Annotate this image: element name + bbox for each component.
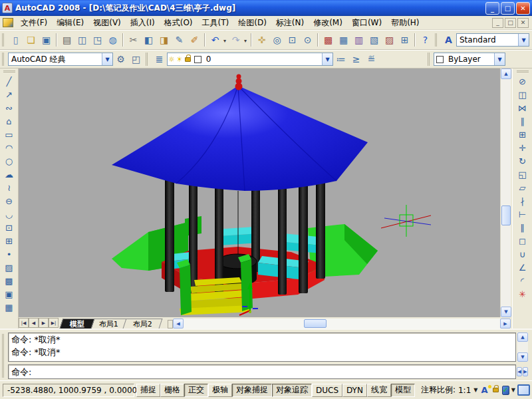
extend-icon[interactable]: ⊢ [515, 208, 530, 221]
toolbar-grip[interactable] [435, 33, 438, 47]
join-icon[interactable]: ∪ [515, 248, 530, 261]
menu-item[interactable]: 窗口(W) [347, 16, 386, 30]
scroll-down-button[interactable]: ▼ [501, 307, 511, 317]
close-button[interactable]: ✕ [516, 2, 530, 15]
ellipse-icon[interactable]: ⊖ [2, 195, 17, 208]
layout-tab[interactable]: 布局2 [123, 319, 163, 329]
horizontal-scroll-track[interactable] [184, 319, 500, 329]
layer-previous-icon[interactable]: ≥ [348, 52, 364, 67]
vertical-scroll-thumb[interactable] [501, 205, 511, 225]
restore-button[interactable]: □ [501, 2, 515, 15]
vertical-scroll-track[interactable] [501, 79, 511, 307]
toolbar-lock-icon[interactable] [493, 388, 499, 392]
dropdown-arrow-icon[interactable]: ▼ [511, 387, 515, 393]
trim-icon[interactable]: ∤ [515, 195, 530, 208]
explode-icon[interactable]: ✳ [515, 288, 530, 301]
menu-item[interactable]: 帮助(H) [386, 16, 424, 30]
toolbar-grip[interactable] [2, 33, 5, 47]
toolbar-grip[interactable] [428, 53, 431, 66]
copy-clip-icon[interactable]: ◧ [141, 33, 156, 48]
save-icon[interactable]: ▣ [39, 33, 54, 48]
status-toggle-button[interactable]: 模型 [391, 384, 415, 397]
layer-states-icon[interactable]: ≝ [364, 52, 379, 67]
erase-icon[interactable]: ⊘ [515, 75, 530, 88]
horizontal-scroll-thumb[interactable] [304, 319, 327, 328]
layer-on-bulb-icon[interactable]: ☼ [168, 56, 175, 63]
move-icon[interactable]: ✛ [515, 142, 530, 155]
tool-palettes-icon[interactable]: ▥ [351, 33, 366, 48]
scrollbar-splitter[interactable] [168, 320, 173, 329]
quickcalc-icon[interactable]: ⊞ [397, 33, 412, 48]
text-style-icon[interactable]: A [441, 33, 456, 48]
command-history[interactable]: 命令: *取消*命令: *取消* [8, 332, 516, 362]
chamfer-icon[interactable]: ∠ [515, 261, 530, 275]
dropdown-arrow-icon[interactable]: ▼ [473, 387, 477, 393]
region-icon[interactable]: ▣ [2, 288, 17, 301]
undo-icon[interactable]: ↶ [207, 33, 223, 48]
scroll-left-button[interactable]: ◀ [517, 367, 522, 376]
command-input[interactable]: 命令: [8, 364, 516, 379]
circle-icon[interactable]: ○ [2, 155, 17, 168]
scroll-down-button[interactable]: ▼ [517, 352, 528, 362]
scroll-right-button[interactable]: ▶ [500, 319, 511, 329]
toolbar-grip[interactable] [3, 70, 15, 74]
status-toggle-button[interactable]: 对象捕捉 [232, 384, 272, 397]
point-icon[interactable]: • [2, 248, 17, 261]
array-icon[interactable]: ⊞ [515, 128, 530, 142]
status-toggle-button[interactable]: 正交 [184, 384, 208, 397]
status-toggle-button[interactable]: DYN [342, 384, 367, 397]
status-toggle-button[interactable]: 捕捉 [136, 384, 160, 397]
scroll-right-button[interactable]: ▶ [523, 367, 528, 376]
offset-icon[interactable]: ∥ [515, 115, 530, 128]
layer-color-swatch[interactable] [194, 56, 201, 63]
menu-item[interactable]: 绘图(D) [233, 16, 271, 30]
polyline-icon[interactable]: ∾ [2, 102, 17, 115]
menu-item[interactable]: 文件(F) [16, 16, 52, 30]
line-icon[interactable]: ╱ [2, 75, 17, 88]
toolbar-unlock-icon[interactable]: ✓ [502, 386, 509, 395]
plot-preview-icon[interactable]: ◫ [74, 33, 90, 48]
make-object-layer-current-icon[interactable]: ≔ [333, 52, 348, 67]
dropdown-arrow-icon[interactable]: ▼ [102, 53, 112, 65]
tab-first-button[interactable]: |◀ [19, 318, 29, 328]
markup-icon[interactable]: ▨ [382, 33, 397, 48]
annotation-visibility-icon[interactable]: A [481, 385, 487, 395]
polygon-icon[interactable]: ⌂ [2, 115, 17, 128]
status-toggle-button[interactable]: 线宽 [367, 384, 391, 397]
status-toggle-button[interactable]: DUCS [312, 384, 342, 397]
copy-icon[interactable]: ◫ [515, 88, 530, 102]
table-icon[interactable]: ▦ [2, 301, 17, 315]
menu-item[interactable]: 视图(V) [88, 16, 126, 30]
drawing-canvas[interactable] [19, 68, 500, 317]
menu-item[interactable]: 修改(M) [309, 16, 347, 30]
new-icon[interactable]: ▯ [8, 33, 23, 48]
pan-icon[interactable]: ✜ [254, 33, 269, 48]
designcenter-icon[interactable]: ▦ [336, 33, 351, 48]
text-style-select[interactable]: Standard ▼ [456, 33, 529, 47]
clean-screen-button[interactable] [517, 384, 530, 396]
make-block-icon[interactable]: ⊞ [2, 235, 17, 248]
toolbar-grip[interactable] [2, 53, 5, 66]
menu-item[interactable]: 格式(O) [160, 16, 198, 30]
status-toggle-button[interactable]: 对象追踪 [272, 384, 312, 397]
menu-item[interactable]: 工具(T) [198, 16, 234, 30]
scroll-up-button[interactable]: ▲ [517, 332, 528, 342]
gradient-icon[interactable]: ▩ [2, 275, 17, 288]
dropdown-arrow-icon[interactable]: ▼ [494, 53, 505, 65]
menu-item[interactable]: 编辑(E) [52, 16, 88, 30]
object-color-select[interactable]: ByLayer ▼ [434, 53, 505, 66]
workspace-select[interactable]: AutoCAD 经典 ▼ [8, 53, 113, 66]
zoom-window-icon[interactable]: ⊡ [285, 33, 300, 48]
rectangle-icon[interactable]: ▭ [2, 128, 17, 142]
layer-properties-icon[interactable]: ≣ [152, 52, 167, 67]
rotate-icon[interactable]: ↻ [515, 155, 530, 168]
zoom-previous-icon[interactable]: ⊙ [300, 33, 315, 48]
status-toggle-button[interactable]: 极轴 [208, 384, 232, 397]
annotation-scale-value[interactable]: 1:1 [458, 386, 471, 395]
spline-icon[interactable]: ≀ [2, 182, 17, 195]
scroll-up-button[interactable]: ▲ [501, 68, 511, 79]
paste-icon[interactable]: ◨ [156, 33, 172, 48]
layer-freeze-sun-icon[interactable]: ☀ [176, 56, 183, 63]
hatch-icon[interactable]: ▨ [2, 261, 17, 275]
mdi-minimize-button[interactable]: _ [492, 18, 503, 28]
